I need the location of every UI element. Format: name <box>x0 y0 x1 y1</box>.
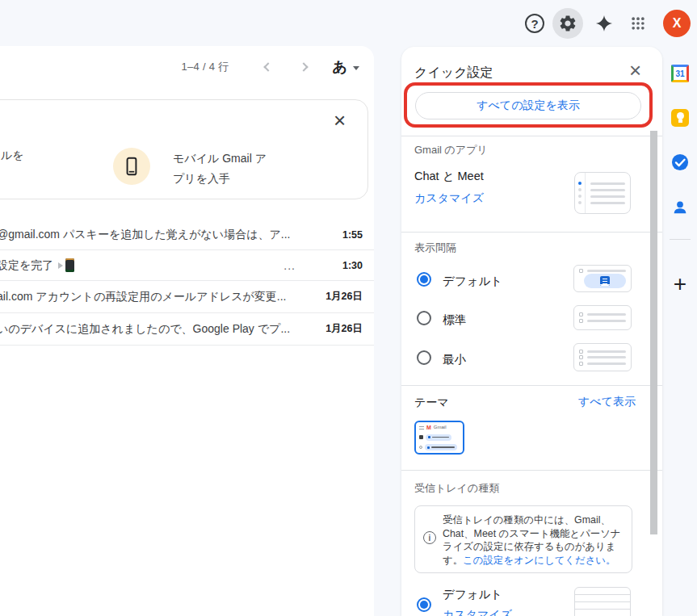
email-ellipsis: ... <box>283 259 296 272</box>
rail-divider <box>670 239 691 240</box>
customize-inbox-link[interactable]: カスタマイズ <box>443 608 512 616</box>
panel-close-icon[interactable]: × <box>629 58 641 83</box>
gmail-m-logo: M <box>426 425 431 430</box>
panel-title: クイック設定 <box>414 65 493 82</box>
theme-thumb-compose-row <box>419 434 460 441</box>
attachment-thumbnail <box>65 258 74 272</box>
panel-scrollbar[interactable] <box>650 131 657 534</box>
show-all-settings-button[interactable]: すべての設定を表示 <box>415 92 641 119</box>
side-rail: 31 + <box>662 0 697 616</box>
thumb-line <box>590 202 625 204</box>
thumb-row <box>579 269 626 273</box>
promo-title-line2: プリを入手 <box>173 169 267 189</box>
thumb-line <box>587 362 626 365</box>
radio-density-compact[interactable] <box>417 350 431 365</box>
divider <box>401 385 662 386</box>
phone-icon-badge <box>113 148 150 185</box>
thumb-dot <box>578 188 582 191</box>
inbox-default-thumbnail <box>574 587 631 616</box>
radio-label-default[interactable]: デフォルト <box>443 274 502 289</box>
email-time: 1:30 <box>342 260 363 271</box>
grid-glyph <box>630 15 646 31</box>
inbox-default-label[interactable]: デフォルト <box>443 587 502 602</box>
customize-apps-link[interactable]: カスタマイズ <box>414 191 484 206</box>
email-row[interactable]: いのデバイスに追加されましたので、Google Play でプ... 1月26日 <box>0 313 374 346</box>
chat-meet-label: Chat と Meet <box>414 169 484 184</box>
density-normal-thumbnail <box>573 305 632 330</box>
hamburger-icon <box>419 426 424 430</box>
divider <box>401 470 662 471</box>
inbox-info-box: i 受信トレイの種類の中には、Gmail、Chat、Meet のスマート機能とパ… <box>414 505 632 573</box>
pencil-icon <box>428 436 430 438</box>
contacts-icon[interactable] <box>670 198 690 217</box>
promo-close-icon[interactable]: × <box>334 110 346 131</box>
page-previous-icon[interactable] <box>263 62 272 71</box>
thumb-line <box>587 350 626 353</box>
quick-settings-panel: クイック設定 × すべての設定を表示 Gmail のアプリ Chat と Mee… <box>401 47 662 616</box>
chat-icon <box>427 446 430 449</box>
chevron-down-icon <box>353 66 359 70</box>
email-snippet-text: 設定を完了 <box>0 258 53 271</box>
calendar-icon[interactable]: 31 <box>670 64 690 83</box>
page-next-icon[interactable] <box>299 62 308 71</box>
section-label-theme: テーマ <box>414 396 449 410</box>
sparkle-glyph <box>595 15 613 32</box>
theme-thumbnail-selected[interactable]: M Gmail <box>414 421 464 455</box>
thumb-icon <box>419 435 423 439</box>
radio-label-compact[interactable]: 最小 <box>443 352 466 367</box>
thumb-line <box>590 189 625 191</box>
thumb-line <box>575 609 630 610</box>
apps-grid-icon[interactable] <box>628 14 648 33</box>
thumb-line <box>590 182 625 185</box>
email-time: 1月26日 <box>325 322 363 336</box>
calendar-glyph: 31 <box>671 65 689 82</box>
thumb-dot <box>578 201 582 204</box>
section-label-inbox-type: 受信トレイの種類 <box>414 481 499 496</box>
apps-thumb-lines <box>586 173 630 213</box>
email-snippet: いのデバイスに追加されましたので、Google Play でプ... <box>0 322 325 337</box>
divider <box>401 232 662 233</box>
keep-glyph <box>671 109 689 127</box>
view-all-themes-link[interactable]: すべて表示 <box>578 395 636 409</box>
thumb-checkbox <box>579 350 583 354</box>
radio-density-default[interactable] <box>417 272 431 287</box>
thumb-row <box>579 319 626 323</box>
enable-setting-link[interactable]: この設定をオンにしてください。 <box>463 555 615 566</box>
get-addons-plus-icon[interactable]: + <box>670 273 690 295</box>
apps-preview-thumbnail <box>574 172 631 214</box>
divider <box>401 136 662 136</box>
thumb-line <box>587 270 626 272</box>
radio-label-normal[interactable]: 標準 <box>443 312 466 328</box>
section-label-density: 表示間隔 <box>414 241 456 255</box>
gemini-sparkle-icon[interactable] <box>594 14 614 33</box>
thumb-row <box>579 312 626 316</box>
radio-inbox-default[interactable] <box>417 597 431 612</box>
contacts-glyph <box>671 199 689 216</box>
tasks-icon[interactable] <box>670 153 690 172</box>
info-icon: i <box>423 531 436 544</box>
promo-title-line1: モバイル Gmail ア <box>173 149 267 169</box>
thumb-line <box>587 356 626 358</box>
mobile-app-promo-banner: ルを モバイル Gmail ア プリを入手 × <box>0 99 368 199</box>
radio-density-normal[interactable] <box>417 311 431 325</box>
thumb-line <box>431 446 455 448</box>
thumb-row <box>579 362 626 366</box>
thumb-line <box>575 601 630 602</box>
pagination-count: 1–4 / 4 行 <box>182 60 229 74</box>
email-time: 1:55 <box>342 229 363 241</box>
settings-gear-icon[interactable] <box>552 8 583 39</box>
thumb-checkbox <box>579 312 583 316</box>
email-row[interactable]: 設定を完了 ... 1:30 <box>0 250 374 281</box>
density-compact-thumbnail <box>573 343 632 371</box>
email-row[interactable]: @gmail.com パスキーを追加した覚えがない場合は、ア... 1:55 <box>0 220 374 250</box>
apps-thumb-dot-column <box>575 173 586 213</box>
theme-thumb-header-row: M Gmail <box>419 425 460 430</box>
pagination-toolbar: 1–4 / 4 行 あ <box>182 57 360 77</box>
attachment-arrow-icon <box>58 262 63 269</box>
email-row[interactable]: ail.com アカウントの再設定用のメールアドレスが変更... 1月26日 <box>0 281 374 313</box>
input-method-selector[interactable]: あ <box>333 57 359 77</box>
gmail-logo-text: Gmail <box>434 425 447 430</box>
keep-icon[interactable] <box>670 108 690 128</box>
help-icon[interactable]: ? <box>525 14 544 33</box>
help-glyph: ? <box>531 17 538 31</box>
